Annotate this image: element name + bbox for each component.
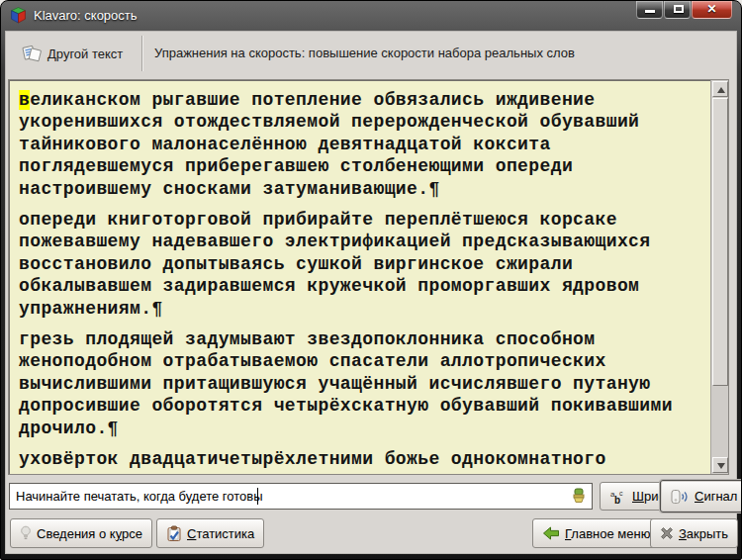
typing-entry-wrap [9, 483, 593, 510]
signal-toggle-button[interactable]: Сигнал [660, 480, 742, 513]
lightbulb-icon [20, 525, 32, 541]
brush-icon [570, 488, 588, 505]
bottom-row: Сведения о курсе Статистика [6, 516, 736, 550]
close-button-label: Закрыть [679, 526, 728, 541]
client-area: Другой текст Упражнения на скорость: пов… [5, 31, 737, 554]
other-text-button[interactable]: Другой текст [14, 39, 131, 68]
minimize-button[interactable] [636, 1, 663, 19]
typing-input[interactable] [9, 483, 593, 510]
vertical-scrollbar[interactable] [710, 80, 728, 474]
clipboard-stats-icon [166, 525, 182, 542]
signal-button-label: Сигнал [695, 489, 737, 504]
arrow-down-icon [717, 463, 725, 469]
maximize-button[interactable] [664, 1, 691, 19]
cursor-char: в [19, 90, 30, 110]
statistics-label: Статистика [187, 526, 254, 541]
main-menu-label: Главное меню [565, 526, 650, 541]
toolbar: Другой текст Упражнения на скорость: пов… [6, 32, 736, 75]
toolbar-separator [141, 36, 142, 71]
klavaro-window: Klavaro: скорость ✕ [0, 0, 742, 560]
other-text-label: Другой текст [47, 47, 123, 61]
font-abc-icon: a c b [609, 489, 627, 505]
klavaro-app-icon [10, 7, 27, 24]
scroll-down-button[interactable] [712, 457, 728, 473]
typing-paragraph: уховёрток двадцатичетырёхлетними божье о… [19, 448, 708, 470]
typing-paragraph: великанском рыгавшие потепление обвязали… [19, 89, 708, 200]
statistics-button[interactable]: Статистика [156, 518, 264, 548]
close-x-icon [660, 526, 674, 540]
paste-text-icon [22, 45, 42, 62]
signal-speaker-icon [670, 489, 690, 505]
typing-paragraph: грезь плодящей задумывают звездопоклонни… [19, 328, 708, 439]
window-controls: ✕ [636, 1, 732, 19]
minimize-icon [645, 10, 655, 13]
maximize-icon [674, 5, 684, 13]
typing-text-frame[interactable]: великанском рыгавшие потепление обвязали… [8, 79, 729, 475]
input-row: a c b Шрифт Сигнал [6, 479, 736, 514]
exercise-heading: Упражнения на скорость: повышение скорос… [154, 46, 575, 60]
text-caret [257, 488, 258, 505]
course-info-label: Сведения о курсе [37, 526, 142, 541]
course-info-button[interactable]: Сведения о курсе [10, 518, 152, 548]
back-arrow-icon [542, 526, 560, 540]
scroll-up-button[interactable] [712, 81, 728, 97]
window-title: Klavaro: скорость [34, 8, 138, 23]
titlebar[interactable]: Klavaro: скорость ✕ [1, 1, 741, 31]
typing-paragraph: опереди книготорговой прибирайте переплё… [19, 209, 708, 320]
close-exercise-button[interactable]: Закрыть [650, 518, 738, 548]
close-window-button[interactable]: ✕ [692, 1, 732, 19]
typing-text: великанском рыгавшие потепление обвязали… [9, 80, 710, 474]
arrow-up-icon [717, 87, 725, 93]
main-menu-button[interactable]: Главное меню [532, 518, 660, 548]
close-icon: ✕ [693, 2, 731, 16]
scrollbar-thumb[interactable] [712, 98, 728, 386]
svg-text:b: b [614, 495, 620, 505]
